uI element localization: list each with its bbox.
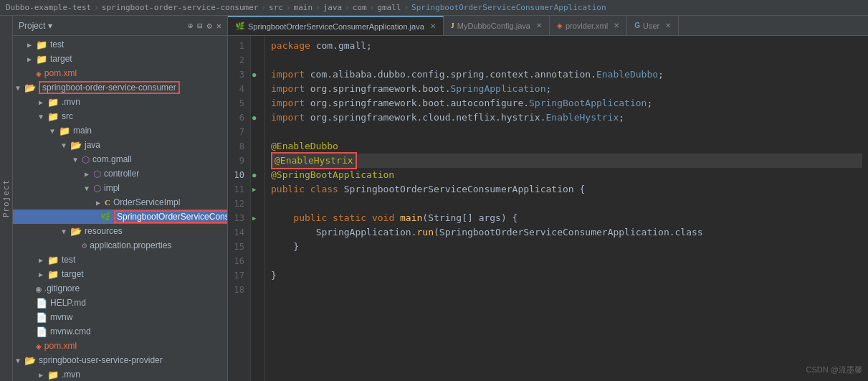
- breadcrumb-bar: Dubbo-example-test › springboot-order-se…: [0, 0, 868, 16]
- sidebar-toolbar: ⊕ ⊟ ⚙ ✕: [188, 21, 221, 31]
- code-line-14: SpringApplication.run(SpringbootOrderSer…: [271, 225, 862, 240]
- tab-icon-spring: 🌿: [235, 22, 245, 31]
- tab-provider-xml[interactable]: ◈ provider.xml ✕: [550, 16, 627, 35]
- breadcrumb-item[interactable]: springboot-order-service-consumer: [102, 3, 259, 12]
- tree-item-gitignore[interactable]: ▶ ◉ .gitignore: [13, 281, 227, 296]
- settings-icon[interactable]: ⚙: [207, 21, 212, 31]
- project-panel-label: Project: [0, 16, 13, 381]
- code-line-17: }: [271, 268, 862, 283]
- watermark: CSDN @流墨馨: [806, 364, 862, 375]
- tree-item-mvnw[interactable]: ▶ 📄 mvnw: [13, 310, 227, 324]
- tree-item-pom1[interactable]: ▶ ◈ pom.xml: [13, 66, 227, 80]
- project-tree: ▶ 📁 test ▶ 📁 target ▶ ◈ pom.xml ▼ 📂: [13, 36, 227, 381]
- tree-item-orderserviceimpl[interactable]: ▶ C OrderServiceImpl: [13, 195, 227, 210]
- tree-item-target2[interactable]: ▶ 📁 target: [13, 267, 227, 281]
- tree-item-java[interactable]: ▼ 📂 java: [13, 138, 227, 152]
- tree-item-controller[interactable]: ▶ ⬡ controller: [13, 166, 227, 181]
- tabs-bar: 🌿 SpringbootOrderServiceConsumerApplicat…: [228, 16, 868, 36]
- code-line-15: }: [271, 240, 862, 254]
- code-line-2: [271, 53, 862, 67]
- locate-icon[interactable]: ⊕: [188, 21, 193, 31]
- tab-label: SpringbootOrderServiceConsumerApplicatio…: [248, 22, 424, 31]
- breadcrumb-item[interactable]: gmall: [377, 3, 401, 12]
- breadcrumb-item[interactable]: src: [269, 3, 283, 12]
- tab-close-icon[interactable]: ✕: [430, 22, 436, 30]
- tree-item-consumer[interactable]: ▼ 📂 springboot-order-service-consumer: [13, 80, 227, 95]
- code-line-7: [271, 125, 862, 139]
- tab-springboot-app[interactable]: 🌿 SpringbootOrderServiceConsumerApplicat…: [228, 16, 444, 35]
- code-line-18: [271, 283, 862, 297]
- breadcrumb-item[interactable]: com: [353, 3, 367, 12]
- sidebar-header: Project ▾ ⊕ ⊟ ⚙ ✕: [13, 16, 227, 36]
- code-line-6: import org.springframework.cloud.netflix…: [271, 110, 862, 125]
- code-line-5: import org.springframework.boot.autoconf…: [271, 96, 862, 110]
- tab-mydubboconfig[interactable]: J MyDubboConfig.java ✕: [444, 16, 550, 35]
- tree-item-src[interactable]: ▼ 📁 src: [13, 109, 227, 123]
- breadcrumb-item[interactable]: Dubbo-example-test: [6, 3, 91, 12]
- tree-item-resources[interactable]: ▼ 📂 resources: [13, 224, 227, 238]
- tab-user[interactable]: G User ✕: [627, 16, 679, 35]
- tree-item-impl[interactable]: ▼ ⬡ impl: [13, 181, 227, 195]
- code-line-13: public static void main(String[] args) {: [271, 211, 862, 225]
- tab-icon-xml: ◈: [557, 22, 563, 29]
- tree-item-target1[interactable]: ▶ 📁 target: [13, 52, 227, 66]
- tree-item-helpmd[interactable]: ▶ 📄 HELP.md: [13, 296, 227, 310]
- code-line-9: @EnableHystrix: [271, 154, 862, 168]
- code-line-16: [271, 254, 862, 268]
- tab-close-icon[interactable]: ✕: [614, 22, 619, 29]
- tab-icon-java2: G: [634, 22, 640, 29]
- tree-item-provider[interactable]: ▼ 📂 springboot-user-service-provider: [13, 353, 227, 367]
- collapse-icon[interactable]: ⊟: [197, 21, 202, 31]
- line-numbers: 1 2 3 4 5 6 7 8 9 10 11 12 13 14 15 16 1…: [228, 36, 251, 381]
- tree-item-mvn-prov[interactable]: ▶ 📁 .mvn: [13, 367, 227, 381]
- project-tree-panel: Project ▾ ⊕ ⊟ ⚙ ✕ ▶ 📁 test ▶ 📁 target: [13, 16, 228, 381]
- code-line-4: import org.springframework.boot.SpringAp…: [271, 82, 862, 96]
- tab-close-icon[interactable]: ✕: [665, 22, 671, 29]
- tree-item-mvn[interactable]: ▶ 📁 .mvn: [13, 95, 227, 109]
- tree-item-test2[interactable]: ▶ 📁 test: [13, 253, 227, 267]
- sidebar-title: Project ▾: [19, 21, 52, 31]
- tree-item-com-gmall[interactable]: ▼ ⬡ com.gmall: [13, 152, 227, 166]
- code-line-11: public class SpringbootOrderServiceConsu…: [271, 182, 862, 197]
- close-icon[interactable]: ✕: [216, 21, 221, 31]
- code-content[interactable]: package com.gmall; import com.alibaba.du…: [265, 36, 868, 381]
- breadcrumb-item-current: SpringbootOrderServiceConsumerApplicatio…: [411, 3, 606, 12]
- tree-item-pom2[interactable]: ▶ ◈ pom.xml: [13, 339, 227, 353]
- tree-item-springboot-app[interactable]: ▶ 🌿 SpringbootOrderServiceConsumerApplic…: [13, 210, 227, 224]
- tree-item-main[interactable]: ▼ 📁 main: [13, 123, 227, 138]
- tab-label: MyDubboConfig.java: [457, 22, 530, 30]
- code-line-3: import com.alibaba.dubbo.config.spring.c…: [271, 67, 862, 82]
- breadcrumb-item[interactable]: java: [323, 3, 343, 12]
- tree-item-mvnwcmd[interactable]: ▶ 📄 mvnw.cmd: [13, 324, 227, 339]
- editor-area: 🌿 SpringbootOrderServiceConsumerApplicat…: [228, 16, 868, 381]
- tab-icon-java: J: [451, 22, 454, 29]
- tree-item-test[interactable]: ▶ 📁 test: [13, 37, 227, 52]
- breadcrumb-item[interactable]: main: [294, 3, 313, 12]
- gutter: ● ● ● ▶ ▶: [251, 36, 265, 381]
- code-line-10: @SpringBootApplication: [271, 168, 862, 182]
- code-line-8: @EnableDubbo: [271, 139, 862, 154]
- tab-close-icon[interactable]: ✕: [536, 22, 542, 29]
- tab-label: provider.xml: [566, 22, 608, 30]
- code-view: 1 2 3 4 5 6 7 8 9 10 11 12 13 14 15 16 1…: [228, 36, 868, 381]
- tab-label: User: [643, 22, 659, 30]
- code-line-12: [271, 197, 862, 211]
- code-line-1: package com.gmall;: [271, 39, 862, 53]
- tree-item-app-props[interactable]: ▶ ⚙ application.properties: [13, 238, 227, 253]
